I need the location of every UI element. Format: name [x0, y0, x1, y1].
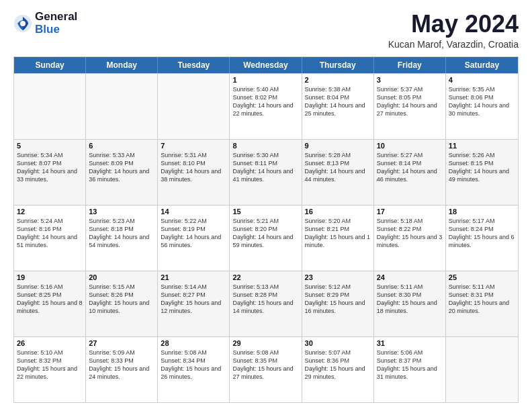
cell-info: Sunrise: 5:13 AM Sunset: 8:28 PM Dayligh…	[232, 283, 298, 316]
calendar: SundayMondayTuesdayWednesdayThursdayFrid…	[13, 56, 519, 403]
day-cell-30: 30Sunrise: 5:07 AM Sunset: 8:36 PM Dayli…	[302, 337, 374, 402]
day-number: 21	[161, 273, 226, 281]
day-cell-6: 6Sunrise: 5:33 AM Sunset: 8:09 PM Daylig…	[86, 140, 158, 205]
logo: General Blue	[13, 11, 77, 36]
cell-info: Sunrise: 5:10 AM Sunset: 8:32 PM Dayligh…	[17, 349, 83, 381]
logo-blue: Blue	[35, 24, 77, 36]
day-number: 8	[232, 142, 298, 150]
header-day-tuesday: Tuesday	[158, 57, 230, 73]
day-number: 6	[89, 142, 154, 150]
cell-info: Sunrise: 5:20 AM Sunset: 8:21 PM Dayligh…	[305, 217, 371, 250]
svg-point-1	[20, 21, 26, 26]
day-number: 26	[17, 339, 83, 347]
day-number: 27	[89, 339, 154, 347]
day-cell-31: 31Sunrise: 5:06 AM Sunset: 8:37 PM Dayli…	[374, 337, 446, 402]
week-row-2: 5Sunrise: 5:34 AM Sunset: 8:07 PM Daylig…	[14, 139, 518, 205]
week-row-4: 19Sunrise: 5:16 AM Sunset: 8:25 PM Dayli…	[14, 271, 518, 336]
location: Kucan Marof, Varazdin, Croatia	[388, 39, 519, 50]
cell-info: Sunrise: 5:34 AM Sunset: 8:07 PM Dayligh…	[17, 151, 83, 184]
day-number: 2	[305, 76, 371, 84]
month-title: May 2024	[388, 11, 519, 38]
cell-info: Sunrise: 5:31 AM Sunset: 8:10 PM Dayligh…	[161, 151, 226, 184]
day-cell-26: 26Sunrise: 5:10 AM Sunset: 8:32 PM Dayli…	[14, 337, 86, 402]
empty-cell	[14, 74, 86, 139]
cell-info: Sunrise: 5:08 AM Sunset: 8:34 PM Dayligh…	[161, 349, 226, 381]
cell-info: Sunrise: 5:07 AM Sunset: 8:36 PM Dayligh…	[305, 349, 371, 381]
day-cell-3: 3Sunrise: 5:37 AM Sunset: 8:05 PM Daylig…	[374, 74, 446, 139]
day-number: 16	[305, 208, 371, 216]
day-number: 22	[232, 273, 298, 281]
day-cell-27: 27Sunrise: 5:09 AM Sunset: 8:33 PM Dayli…	[86, 337, 158, 402]
calendar-page: General Blue May 2024 Kucan Marof, Varaz…	[0, 0, 532, 411]
day-number: 30	[305, 339, 371, 347]
day-number: 12	[17, 208, 83, 216]
day-cell-7: 7Sunrise: 5:31 AM Sunset: 8:10 PM Daylig…	[158, 140, 230, 205]
day-number: 5	[17, 142, 83, 150]
header-day-wednesday: Wednesday	[230, 57, 302, 73]
day-cell-23: 23Sunrise: 5:12 AM Sunset: 8:29 PM Dayli…	[302, 271, 374, 336]
day-number: 4	[449, 76, 515, 84]
day-cell-25: 25Sunrise: 5:11 AM Sunset: 8:31 PM Dayli…	[446, 271, 518, 336]
week-row-3: 12Sunrise: 5:24 AM Sunset: 8:16 PM Dayli…	[14, 205, 518, 271]
day-cell-15: 15Sunrise: 5:21 AM Sunset: 8:20 PM Dayli…	[230, 205, 302, 271]
day-number: 17	[377, 208, 443, 216]
day-number: 13	[89, 208, 154, 216]
empty-cell	[86, 74, 158, 139]
day-cell-5: 5Sunrise: 5:34 AM Sunset: 8:07 PM Daylig…	[14, 140, 86, 205]
day-number: 18	[449, 208, 515, 216]
day-cell-18: 18Sunrise: 5:17 AM Sunset: 8:24 PM Dayli…	[446, 205, 518, 271]
day-number: 14	[161, 208, 226, 216]
cell-info: Sunrise: 5:12 AM Sunset: 8:29 PM Dayligh…	[305, 283, 371, 316]
cell-info: Sunrise: 5:16 AM Sunset: 8:25 PM Dayligh…	[17, 283, 83, 316]
header-day-friday: Friday	[374, 57, 446, 73]
cell-info: Sunrise: 5:30 AM Sunset: 8:11 PM Dayligh…	[232, 151, 298, 184]
day-number: 11	[449, 142, 515, 150]
cell-info: Sunrise: 5:23 AM Sunset: 8:18 PM Dayligh…	[89, 217, 154, 250]
day-cell-20: 20Sunrise: 5:15 AM Sunset: 8:26 PM Dayli…	[86, 271, 158, 336]
day-number: 15	[232, 208, 298, 216]
day-cell-11: 11Sunrise: 5:26 AM Sunset: 8:15 PM Dayli…	[446, 140, 518, 205]
logo-icon	[13, 14, 32, 33]
day-number: 23	[305, 273, 371, 281]
header-day-sunday: Sunday	[14, 57, 86, 73]
day-number: 1	[232, 76, 298, 84]
logo-general: General	[35, 11, 77, 24]
header-day-saturday: Saturday	[446, 57, 518, 73]
cell-info: Sunrise: 5:14 AM Sunset: 8:27 PM Dayligh…	[161, 283, 226, 316]
day-cell-19: 19Sunrise: 5:16 AM Sunset: 8:25 PM Dayli…	[14, 271, 86, 336]
day-cell-8: 8Sunrise: 5:30 AM Sunset: 8:11 PM Daylig…	[230, 140, 302, 205]
cell-info: Sunrise: 5:27 AM Sunset: 8:14 PM Dayligh…	[377, 151, 443, 184]
cell-info: Sunrise: 5:15 AM Sunset: 8:26 PM Dayligh…	[89, 283, 154, 316]
cell-info: Sunrise: 5:11 AM Sunset: 8:31 PM Dayligh…	[449, 283, 515, 316]
day-number: 25	[449, 273, 515, 281]
day-cell-12: 12Sunrise: 5:24 AM Sunset: 8:16 PM Dayli…	[14, 205, 86, 271]
cell-info: Sunrise: 5:28 AM Sunset: 8:13 PM Dayligh…	[305, 151, 371, 184]
day-cell-21: 21Sunrise: 5:14 AM Sunset: 8:27 PM Dayli…	[158, 271, 230, 336]
day-cell-16: 16Sunrise: 5:20 AM Sunset: 8:21 PM Dayli…	[302, 205, 374, 271]
cell-info: Sunrise: 5:17 AM Sunset: 8:24 PM Dayligh…	[449, 217, 515, 250]
header-day-monday: Monday	[86, 57, 158, 73]
day-cell-13: 13Sunrise: 5:23 AM Sunset: 8:18 PM Dayli…	[86, 205, 158, 271]
day-cell-4: 4Sunrise: 5:35 AM Sunset: 8:06 PM Daylig…	[446, 74, 518, 139]
day-number: 7	[161, 142, 226, 150]
cell-info: Sunrise: 5:40 AM Sunset: 8:02 PM Dayligh…	[232, 85, 298, 118]
day-number: 20	[89, 273, 154, 281]
day-number: 29	[232, 339, 298, 347]
day-number: 9	[305, 142, 371, 150]
cell-info: Sunrise: 5:08 AM Sunset: 8:35 PM Dayligh…	[232, 349, 298, 381]
empty-cell	[158, 74, 230, 139]
calendar-body: 1Sunrise: 5:40 AM Sunset: 8:02 PM Daylig…	[14, 73, 518, 402]
cell-info: Sunrise: 5:21 AM Sunset: 8:20 PM Dayligh…	[232, 217, 298, 250]
week-row-1: 1Sunrise: 5:40 AM Sunset: 8:02 PM Daylig…	[14, 73, 518, 139]
day-number: 24	[377, 273, 443, 281]
cell-info: Sunrise: 5:09 AM Sunset: 8:33 PM Dayligh…	[89, 349, 154, 381]
cell-info: Sunrise: 5:26 AM Sunset: 8:15 PM Dayligh…	[449, 151, 515, 184]
day-cell-14: 14Sunrise: 5:22 AM Sunset: 8:19 PM Dayli…	[158, 205, 230, 271]
empty-cell	[446, 337, 518, 402]
day-cell-29: 29Sunrise: 5:08 AM Sunset: 8:35 PM Dayli…	[230, 337, 302, 402]
cell-info: Sunrise: 5:18 AM Sunset: 8:22 PM Dayligh…	[377, 217, 443, 250]
cell-info: Sunrise: 5:38 AM Sunset: 8:04 PM Dayligh…	[305, 85, 371, 118]
day-cell-9: 9Sunrise: 5:28 AM Sunset: 8:13 PM Daylig…	[302, 140, 374, 205]
header: General Blue May 2024 Kucan Marof, Varaz…	[13, 11, 519, 50]
cell-info: Sunrise: 5:22 AM Sunset: 8:19 PM Dayligh…	[161, 217, 226, 250]
